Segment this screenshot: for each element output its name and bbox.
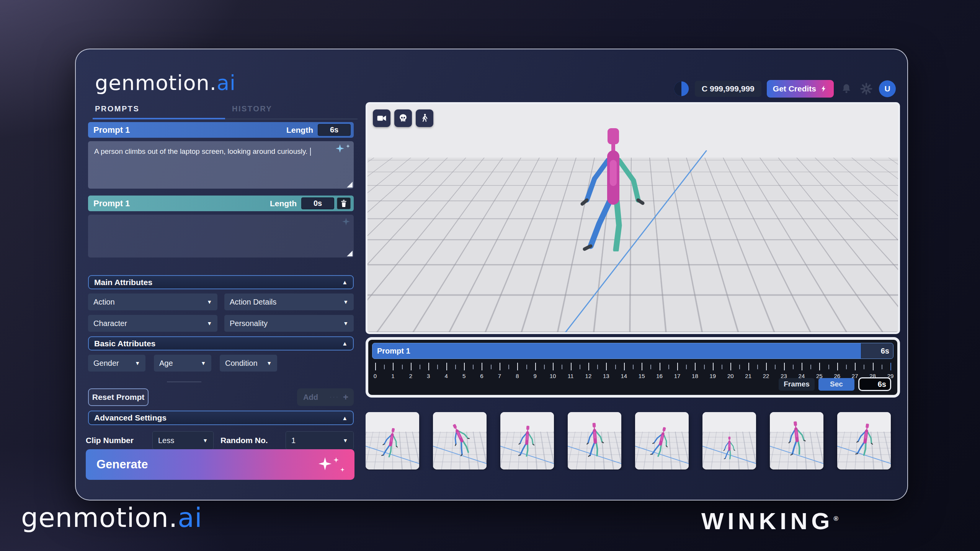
section-title: Basic Attributes xyxy=(94,339,342,348)
tab-history[interactable]: HISTORY xyxy=(225,102,358,119)
ruler-tick-label: 1 xyxy=(391,373,394,379)
delete-prompt-button[interactable] xyxy=(337,197,351,209)
thumb-character-figure xyxy=(722,436,736,459)
collapse-arrow-icon: ▲ xyxy=(342,415,348,421)
ruler-tick xyxy=(713,363,714,370)
section-title: Advanced Settings xyxy=(94,413,342,422)
prompt-title: Prompt 1 xyxy=(93,199,270,209)
credits-balance: C 999,999,999 xyxy=(695,81,761,97)
ruler-minor-tick xyxy=(508,365,509,369)
ai-sparkle-icon[interactable] xyxy=(336,144,350,155)
dropdown-clip-number[interactable]: Less▼ xyxy=(152,431,214,450)
section-advanced-settings[interactable]: Advanced Settings ▲ xyxy=(88,411,354,425)
brand-logo: genmotion.ai xyxy=(21,502,203,533)
ruler-tick xyxy=(677,363,678,370)
dropdown-action[interactable]: Action▼ xyxy=(88,293,217,310)
ellipsis: ··· xyxy=(330,394,339,401)
thumbnail-card[interactable] xyxy=(702,412,756,469)
ruler-minor-tick xyxy=(775,365,776,369)
ruler-minor-tick xyxy=(455,365,456,369)
character-figure[interactable] xyxy=(576,125,649,251)
length-value-input[interactable]: 6s xyxy=(318,124,351,136)
dropdown-random-no[interactable]: 1▼ xyxy=(286,431,354,450)
ruler-minor-tick xyxy=(384,365,385,369)
thumbnail-card[interactable] xyxy=(568,412,621,469)
ruler-tick-label: 8 xyxy=(516,373,519,379)
ruler-tick xyxy=(464,363,465,370)
duration-input[interactable]: 6s xyxy=(858,377,891,391)
app-logo: genmotion.ai xyxy=(95,71,236,95)
prompt-textarea[interactable] xyxy=(88,215,354,258)
length-value-input[interactable]: 0s xyxy=(301,197,334,209)
clip-number-label: Clip Number xyxy=(86,431,134,450)
ruler-tick xyxy=(393,363,394,370)
generate-button[interactable]: Generate xyxy=(86,449,354,480)
walk-tool-button[interactable] xyxy=(416,109,433,127)
dropdown-character[interactable]: Character▼ xyxy=(88,315,217,332)
prompt-textarea[interactable]: A person climbs out of the laptop screen… xyxy=(88,141,354,189)
ruler-minor-tick xyxy=(437,365,438,369)
tab-prompts[interactable]: PROMPTS xyxy=(93,102,225,119)
ruler-minor-tick xyxy=(473,365,474,369)
thumbnail-card[interactable] xyxy=(770,412,823,469)
divider xyxy=(167,381,201,382)
section-main-attributes[interactable]: Main Attributes ▲ xyxy=(88,275,354,289)
ruler-tick xyxy=(500,363,500,370)
dropdown-personality[interactable]: Personality▼ xyxy=(224,315,354,332)
user-avatar[interactable]: U xyxy=(879,80,896,97)
prompt-card-header[interactable]: Prompt 1 Length 0s xyxy=(88,196,354,211)
thumbnail-card[interactable] xyxy=(635,412,689,469)
dropdown-condition[interactable]: Condition▼ xyxy=(220,355,277,372)
ruler-tick xyxy=(748,363,749,370)
timeline-clip[interactable]: Prompt 1 6s xyxy=(372,343,893,359)
ruler-tick-label: 18 xyxy=(692,373,698,379)
ruler-tick-label: 15 xyxy=(639,373,645,379)
ruler-tick xyxy=(375,363,376,370)
ruler-tick xyxy=(695,363,696,370)
skeleton-tool-button[interactable] xyxy=(394,109,412,127)
viewport-3d[interactable] xyxy=(366,102,900,334)
ruler-tick xyxy=(553,363,554,370)
reset-prompt-button[interactable]: Reset Prompt xyxy=(88,388,149,406)
ruler-tick-label: 10 xyxy=(550,373,556,379)
frames-toggle-button[interactable]: Frames xyxy=(779,378,815,391)
prompt-title: Prompt 1 xyxy=(93,125,286,135)
ruler-tick xyxy=(890,363,891,370)
viewport-scene[interactable] xyxy=(368,104,898,332)
add-prompt-button[interactable]: Add ··· + xyxy=(297,388,354,406)
ruler-minor-tick xyxy=(882,365,882,369)
thumbnail-card[interactable] xyxy=(433,412,487,469)
notifications-bell-icon[interactable] xyxy=(839,82,854,96)
dropdown-age[interactable]: Age▼ xyxy=(154,355,211,372)
ruler-minor-tick xyxy=(864,365,864,369)
ruler-tick xyxy=(606,363,607,370)
get-credits-button[interactable]: Get Credits xyxy=(767,80,834,98)
clip-length: 6s xyxy=(861,343,893,359)
dropdown-gender[interactable]: Gender▼ xyxy=(88,355,145,372)
chevron-down-icon: ▼ xyxy=(343,437,348,443)
section-basic-attributes[interactable]: Basic Attributes ▲ xyxy=(88,336,354,350)
ruler-minor-tick xyxy=(562,365,562,369)
sec-toggle-button[interactable]: Sec xyxy=(818,378,854,391)
thumb-character-figure xyxy=(584,421,606,457)
results-thumbnail-strip xyxy=(366,412,900,470)
section-title: Main Attributes xyxy=(94,278,342,287)
prompt-card-header[interactable]: Prompt 1 Length 6s xyxy=(88,122,354,138)
sparkles-icon xyxy=(318,457,345,472)
ruler-tick xyxy=(766,363,767,370)
thumb-character-figure xyxy=(785,420,808,456)
viewport-toolbar xyxy=(373,109,433,127)
dropdown-action-details[interactable]: Action Details▼ xyxy=(224,293,354,310)
ruler-tick xyxy=(482,363,482,370)
ruler-tick-label: 21 xyxy=(745,373,751,379)
chevron-down-icon: ▼ xyxy=(343,299,348,305)
thumbnail-card[interactable] xyxy=(366,412,419,469)
camera-tool-button[interactable] xyxy=(373,109,390,127)
ruler-tick xyxy=(873,363,874,370)
thumbnail-card[interactable] xyxy=(837,412,891,469)
contrast-icon[interactable] xyxy=(673,81,689,97)
ruler-tick xyxy=(446,363,447,370)
ruler-tick-label: 3 xyxy=(427,373,430,379)
settings-gear-icon[interactable] xyxy=(859,82,874,96)
thumbnail-card[interactable] xyxy=(500,412,554,469)
